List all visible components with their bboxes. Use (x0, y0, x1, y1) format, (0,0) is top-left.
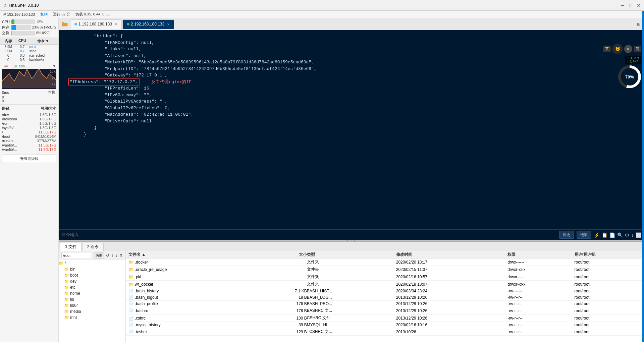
file-perms: -rw-r--r-- (507, 323, 574, 327)
tab-1-close[interactable]: ✕ (115, 22, 117, 26)
ip-label: IP 192.168.180.133 (3, 12, 35, 16)
process-row[interactable]: 5.9M0.7sshd (0, 49, 58, 53)
tree-item-lib64[interactable]: 📁lib64 (59, 302, 125, 308)
disk-size: 11.5G/17G (38, 148, 56, 152)
process-row[interactable]: 5.9M0.7sshd (0, 45, 58, 49)
search-icon[interactable]: 🔍 (617, 232, 623, 238)
col-user[interactable]: 用户/用户组 (575, 252, 641, 258)
tree-item-boot[interactable]: 📁boot (59, 272, 125, 278)
file-row[interactable]: 📁.oracle_jre_usage 文件夹 2020/02/15 11:37 … (126, 266, 644, 273)
file-icon: 📄 (128, 289, 133, 293)
proc-cpu: 0.3 (15, 54, 30, 57)
col-perms[interactable]: 权限 (507, 252, 574, 258)
terminal-content[interactable]: "bridge": { "IPAMConfig": null, "Links":… (59, 30, 644, 229)
files-tab[interactable]: 1 文件 (60, 243, 82, 251)
copy-button[interactable]: 复制 (40, 12, 48, 17)
file-row[interactable]: 📄.bashrc 176 B BASHRC 文... 2013/12/29 10… (126, 307, 644, 315)
tree-item-bin[interactable]: 📁bin (59, 266, 125, 272)
options-button[interactable]: 选项 (577, 231, 591, 239)
download-file-icon[interactable]: ↓ (115, 253, 117, 258)
download-icon[interactable]: ↓ (631, 232, 634, 238)
expand-icon[interactable]: ▼ (52, 64, 56, 68)
tab-2-close[interactable]: ✕ (167, 22, 170, 26)
tree-item-home[interactable]: 📁home (59, 290, 125, 296)
file-name: 📁.docker (128, 260, 262, 265)
path-bar-input[interactable]: /root (61, 253, 91, 258)
tab-1[interactable]: 1 192.168.180.133 ✕ (70, 19, 122, 29)
file-row[interactable]: 📄.bash_history 7.1 KB BASH_HIST... 2020/… (126, 288, 644, 294)
file-name: 📄.tcshrc (128, 330, 262, 334)
net-extra: 00 (2, 96, 56, 103)
settings-mini-icon[interactable]: ⚙ (624, 45, 632, 53)
minimize-button[interactable]: ─ (620, 3, 625, 8)
file-size: 129 B (262, 330, 307, 334)
lightning-icon[interactable]: ⚡ (594, 232, 600, 238)
col-size[interactable]: 大小 (262, 252, 307, 258)
paste-icon[interactable]: 📄 (609, 232, 615, 238)
proc-cmd-header: 命令 ▼ (29, 39, 57, 44)
tree-item-dev[interactable]: 📁dev (59, 278, 125, 284)
tree-item-label: home (70, 291, 80, 296)
file-row[interactable]: 📄.tcshrc 129 B TCSHRC 文... 2013/10/26 -r… (126, 328, 644, 336)
terminal-input[interactable] (61, 232, 556, 237)
terminal-lines: "bridge": { "IPAMConfig": null, "Links":… (63, 33, 640, 137)
refresh-icon[interactable]: ↺ (106, 253, 109, 258)
cpu-donut: 79% (618, 65, 641, 89)
cpu-value: 12% (36, 20, 56, 24)
tab-2-label: 2 192.168.180.133 (131, 22, 164, 26)
tree-item-label: bin (70, 267, 75, 272)
tree-item-mnt[interactable]: 📁mnt (59, 315, 125, 321)
tree-item-lib[interactable]: 📁lib (59, 296, 125, 302)
maximize-button[interactable]: □ (628, 3, 633, 8)
proc-cpu-header: CPU (15, 39, 30, 44)
file-row[interactable]: 📁.pki 文件夹 2020/02/16 10:57 drwxr----- ro… (126, 273, 644, 281)
col-type[interactable]: 类型 (307, 252, 396, 258)
file-row[interactable]: 📄.bash_profile 176 B BASH_PRO... 2013/12… (126, 301, 644, 307)
tree-item-media[interactable]: 📁media (59, 308, 125, 315)
file-type: 文件夹 (307, 259, 396, 265)
file-row[interactable]: 📄.mysql_history 39 B MYSQL_HI... 2020/02… (126, 322, 644, 328)
file-row[interactable]: 📄.bash_logout 18 B BASH_LOG... 2013/12/2… (126, 294, 644, 301)
upload2-icon[interactable]: ⇑ (119, 253, 123, 258)
upload-icon[interactable]: ↑ (111, 253, 113, 258)
commands-tab[interactable]: 2 命令 (82, 243, 104, 251)
terminal-line: "GlobalIPv6PrefixLen": 0, (63, 105, 640, 112)
expand-icon[interactable]: ⬜ (636, 232, 641, 238)
swap-value: 0% 0/2G (36, 31, 56, 35)
grid-view-button[interactable]: ⊞ (635, 20, 643, 28)
right-resize-handle[interactable] (642, 11, 644, 342)
disk-size: 841M/1014M (35, 134, 56, 138)
file-perms: drwxr-xr-x (507, 267, 574, 272)
tab-2[interactable]: 2 192.168.180.133 ✕ (122, 19, 174, 29)
file-row[interactable]: 📁.docker 文件夹 2020/02/20 18:17 drwx------… (126, 259, 644, 266)
history-button[interactable]: 历史 (559, 231, 574, 239)
network-graph: 10K 7K 3K (2, 69, 56, 89)
lang-en-badge[interactable]: 英 (603, 46, 611, 52)
process-row[interactable]: 00.3rcu_sched (0, 53, 58, 58)
app-title: FinalShell 3.0.10 (9, 3, 39, 8)
path-history-btn[interactable]: 历史 (94, 252, 104, 259)
copy-icon[interactable]: 📋 (602, 232, 607, 238)
tree-item-etc[interactable]: 📁etc (59, 284, 125, 290)
file-perms: -rw------- (507, 289, 574, 293)
file-user: root/root (575, 260, 641, 265)
mem-value: 23% 871M/3.7G (32, 25, 56, 29)
close-button[interactable]: ✕ (636, 3, 641, 8)
file-perms: drwx------ (507, 260, 574, 265)
process-row[interactable]: 00.3kworker/u (0, 58, 58, 62)
folder-button[interactable] (60, 19, 69, 29)
tree-item-root[interactable]: 📁/ (59, 260, 125, 266)
disk-path: /var/lib/... (2, 148, 38, 152)
col-date[interactable]: 修改时间 (396, 252, 507, 258)
lang-cn-badge[interactable]: 简 (634, 46, 641, 52)
upgrade-button[interactable]: 升级高级版 (2, 155, 56, 163)
file-list-header: 文件名 ▲ 大小 类型 修改时间 权限 用户/用户组 (126, 251, 644, 259)
file-row[interactable]: 📁wr_docker 文件夹 2020/02/18 18:07 drwxr-xr… (126, 281, 644, 288)
disk-path: /dev/shm (2, 117, 39, 121)
col-name[interactable]: 文件名 ▲ (128, 252, 262, 258)
settings-icon[interactable]: ⚙ (625, 232, 629, 238)
terminal-line: "Aliases": null, (63, 53, 640, 59)
terminal-input-bar: 历史 选项 ⚡ 📋 📄 🔍 ⚙ ↓ ⬜ (59, 229, 644, 240)
swap-stat-row: 交换 0% 0/2G (2, 31, 56, 36)
file-row[interactable]: 📄.cshrc 100 B CSHRC 文件 2013/12/29 10:26 … (126, 315, 644, 322)
